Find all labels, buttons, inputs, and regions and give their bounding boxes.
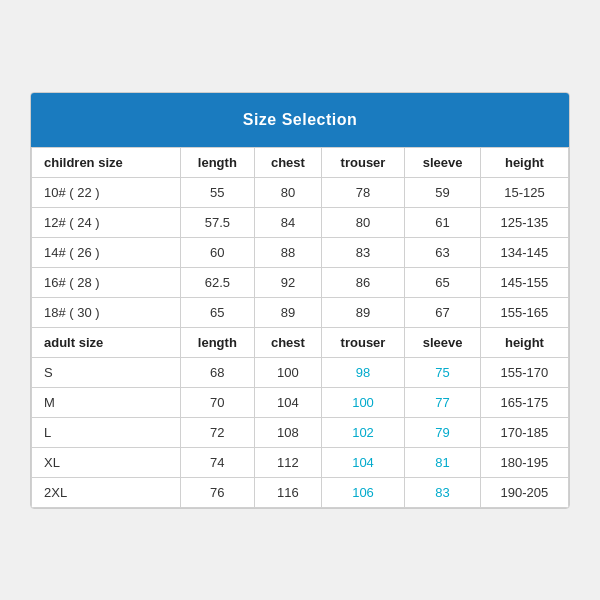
children-cell-0-4: 59 [405,177,481,207]
adult-col-header-0: adult size [32,327,181,357]
adult-cell-4-1: 76 [180,477,254,507]
children-cell-2-3: 83 [321,237,404,267]
adult-cell-0-4: 75 [405,357,481,387]
children-col-header-1: length [180,147,254,177]
adult-cell-2-4: 79 [405,417,481,447]
adult-cell-2-3: 102 [321,417,404,447]
size-selection-card: Size Selection children sizelengthchestt… [30,92,570,509]
adult-cell-4-0: 2XL [32,477,181,507]
children-cell-4-2: 89 [255,297,322,327]
children-col-header-0: children size [32,147,181,177]
children-row-2: 14# ( 26 )60888363134-145 [32,237,569,267]
adult-col-header-3: trouser [321,327,404,357]
children-col-header-2: chest [255,147,322,177]
adult-cell-2-2: 108 [255,417,322,447]
children-cell-1-5: 125-135 [480,207,568,237]
size-table: children sizelengthchesttrousersleevehei… [31,147,569,508]
header-title: Size Selection [243,111,358,128]
adult-cell-0-2: 100 [255,357,322,387]
adult-col-header-4: sleeve [405,327,481,357]
children-row-3: 16# ( 28 )62.5928665145-155 [32,267,569,297]
children-cell-4-4: 67 [405,297,481,327]
adult-col-header-2: chest [255,327,322,357]
children-cell-4-3: 89 [321,297,404,327]
children-col-header-3: trouser [321,147,404,177]
adult-cell-3-1: 74 [180,447,254,477]
adult-cell-4-4: 83 [405,477,481,507]
adult-cell-1-3: 100 [321,387,404,417]
children-cell-1-2: 84 [255,207,322,237]
adult-cell-1-0: M [32,387,181,417]
children-cell-0-1: 55 [180,177,254,207]
adult-cell-4-3: 106 [321,477,404,507]
children-cell-3-5: 145-155 [480,267,568,297]
adult-row-4: 2XL7611610683190-205 [32,477,569,507]
children-cell-1-3: 80 [321,207,404,237]
children-row-4: 18# ( 30 )65898967155-165 [32,297,569,327]
adult-cell-0-1: 68 [180,357,254,387]
adult-cell-3-3: 104 [321,447,404,477]
children-row-1: 12# ( 24 )57.5848061125-135 [32,207,569,237]
children-cell-3-2: 92 [255,267,322,297]
children-cell-2-4: 63 [405,237,481,267]
adult-cell-4-5: 190-205 [480,477,568,507]
children-cell-2-0: 14# ( 26 ) [32,237,181,267]
children-cell-0-0: 10# ( 22 ) [32,177,181,207]
adult-cell-1-1: 70 [180,387,254,417]
children-cell-4-1: 65 [180,297,254,327]
adult-cell-4-2: 116 [255,477,322,507]
adult-cell-0-0: S [32,357,181,387]
adult-cell-1-5: 165-175 [480,387,568,417]
children-cell-3-0: 16# ( 28 ) [32,267,181,297]
children-row-0: 10# ( 22 )5580785915-125 [32,177,569,207]
children-cell-2-1: 60 [180,237,254,267]
children-cell-0-5: 15-125 [480,177,568,207]
children-cell-3-3: 86 [321,267,404,297]
adult-cell-3-2: 112 [255,447,322,477]
children-col-header-5: height [480,147,568,177]
adult-row-3: XL7411210481180-195 [32,447,569,477]
children-col-header-4: sleeve [405,147,481,177]
adult-col-header-1: length [180,327,254,357]
adult-cell-3-4: 81 [405,447,481,477]
adult-cell-0-5: 155-170 [480,357,568,387]
children-cell-1-0: 12# ( 24 ) [32,207,181,237]
adult-cell-2-5: 170-185 [480,417,568,447]
adult-row-0: S681009875155-170 [32,357,569,387]
children-cell-2-2: 88 [255,237,322,267]
children-cell-3-1: 62.5 [180,267,254,297]
adult-row-1: M7010410077165-175 [32,387,569,417]
children-cell-2-5: 134-145 [480,237,568,267]
children-cell-0-2: 80 [255,177,322,207]
adult-cell-2-1: 72 [180,417,254,447]
adult-cell-1-4: 77 [405,387,481,417]
adult-cell-0-3: 98 [321,357,404,387]
table-header: Size Selection [31,93,569,147]
children-cell-3-4: 65 [405,267,481,297]
adult-row-2: L7210810279170-185 [32,417,569,447]
adult-cell-1-2: 104 [255,387,322,417]
children-cell-1-1: 57.5 [180,207,254,237]
adult-col-header-5: height [480,327,568,357]
children-cell-4-0: 18# ( 30 ) [32,297,181,327]
adult-cell-3-5: 180-195 [480,447,568,477]
children-cell-1-4: 61 [405,207,481,237]
children-cell-0-3: 78 [321,177,404,207]
adult-cell-2-0: L [32,417,181,447]
children-cell-4-5: 155-165 [480,297,568,327]
adult-cell-3-0: XL [32,447,181,477]
